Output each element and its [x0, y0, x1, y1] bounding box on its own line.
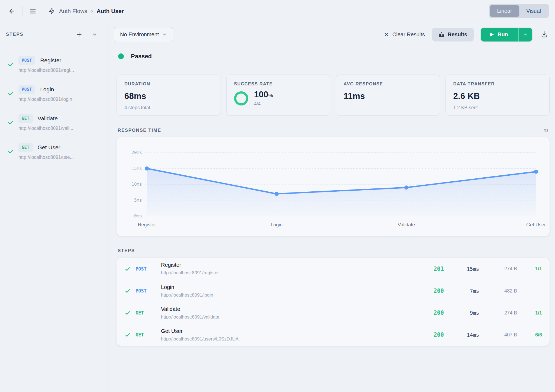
results-content: Passed DURATION 68ms 4 steps total SUCCE…: [108, 47, 555, 392]
chevron-down-icon: [162, 32, 167, 37]
breadcrumb-parent[interactable]: Auth Flows: [59, 8, 87, 14]
success-ring-icon: [234, 91, 248, 105]
divider: [43, 7, 43, 16]
status-dot-icon: [118, 53, 124, 59]
chevron-down-icon: [92, 32, 97, 37]
add-step-button[interactable]: [74, 29, 84, 40]
request-name: Validate: [161, 306, 414, 312]
back-button[interactable]: [7, 6, 17, 17]
run-label: Run: [498, 31, 508, 38]
status-code: 200: [414, 310, 444, 316]
response-time: 7ms: [444, 288, 479, 294]
stat-value: 100: [254, 90, 269, 99]
collapse-steps-button[interactable]: [90, 30, 99, 39]
main-panel: No Environment Clear Results Results: [108, 22, 555, 392]
method-badge: POST: [18, 56, 35, 65]
step-list: POST Register http://localhost:8091/regi…: [0, 47, 108, 178]
step-url: http://localhost:8091/regi...: [18, 68, 103, 73]
run-split-button: Run: [481, 28, 532, 41]
response-size: 407 B: [479, 332, 517, 338]
stat-card-duration: DURATION 68ms 4 steps total: [117, 75, 221, 116]
sidebar-step-validate[interactable]: GET Validate http://localhost:8091/vali.…: [0, 113, 108, 133]
request-url: http://localhost:8091/login: [161, 293, 414, 298]
request-url: http://localhost:8091/users/L0SzDJUA: [161, 336, 414, 342]
check-icon: [125, 332, 135, 338]
chevron-down-icon: [523, 32, 528, 37]
page-title: Auth User: [97, 8, 124, 14]
step-name: Register: [40, 57, 61, 64]
response-time: 15ms: [444, 266, 479, 272]
step-url: http://localhost:8091/use...: [18, 155, 103, 160]
status-code: 200: [414, 288, 444, 294]
response-time: 9ms: [444, 310, 479, 316]
method-badge: GET: [18, 143, 33, 152]
results-button[interactable]: Results: [432, 28, 474, 41]
check-icon: [125, 288, 135, 294]
run-status: Passed: [117, 47, 550, 66]
stats-row: DURATION 68ms 4 steps total SUCCESS RATE…: [117, 75, 550, 116]
method-label: POST: [135, 266, 159, 272]
download-button[interactable]: [539, 30, 549, 39]
results-label: Results: [448, 31, 467, 38]
stat-value: 11ms: [344, 91, 432, 101]
request-url: http://localhost:8091/validate: [161, 314, 414, 320]
sidebar-step-register[interactable]: POST Register http://localhost:8091/regi…: [0, 54, 108, 75]
response-time-header: RESPONSE TIME ms: [117, 128, 550, 133]
topbar: Auth Flows › Auth User Linear Visual: [0, 0, 555, 22]
steps-table: POST Register http://localhost:8091/regi…: [117, 258, 550, 346]
plus-icon: [76, 31, 83, 38]
bolt-icon: [48, 8, 55, 15]
environment-label: No Environment: [120, 31, 159, 38]
run-button[interactable]: Run: [481, 28, 518, 41]
divider: [22, 7, 22, 16]
svg-text:15ms: 15ms: [131, 166, 142, 171]
table-row-get-user[interactable]: GET Get User http://localhost:8091/users…: [117, 324, 550, 346]
view-toggle: Linear Visual: [489, 4, 549, 18]
check-icon: [8, 61, 14, 68]
method-label: GET: [135, 332, 159, 338]
check-icon: [8, 90, 14, 97]
request-url: http://localhost:8091/register: [161, 270, 414, 276]
menu-button[interactable]: [27, 6, 38, 17]
check-icon: [125, 266, 135, 272]
method-badge: GET: [18, 114, 33, 123]
bar-chart-icon: [438, 31, 444, 37]
clear-results-button[interactable]: Clear Results: [384, 31, 425, 38]
request-name: Get User: [161, 328, 414, 334]
stat-subtitle: 1.2 KB sent: [453, 105, 542, 111]
toolbar: No Environment Clear Results Results: [108, 22, 555, 47]
step-name: Get User: [38, 144, 60, 151]
assertions-count: 1/1: [517, 310, 542, 316]
stat-label: SUCCESS RATE: [234, 81, 323, 86]
method-label: POST: [135, 288, 159, 294]
stat-label: AVG RESPONSE: [344, 81, 432, 86]
sidebar-title: STEPS: [6, 32, 24, 37]
response-time: 14ms: [444, 332, 479, 338]
table-row-register[interactable]: POST Register http://localhost:8091/regi…: [117, 258, 550, 280]
request-name: Register: [161, 262, 414, 268]
stat-unit: %: [268, 93, 273, 98]
breadcrumb: Auth Flows › Auth User: [48, 8, 124, 15]
stat-card-success-rate: SUCCESS RATE 100% 4/4: [226, 75, 331, 116]
arrow-left-icon: [8, 7, 16, 15]
check-icon: [8, 148, 14, 155]
sidebar-step-get-user[interactable]: GET Get User http://localhost:8091/use..…: [0, 142, 108, 162]
svg-text:5ms: 5ms: [134, 198, 142, 203]
environment-select[interactable]: No Environment: [114, 27, 173, 42]
method-badge: POST: [18, 85, 35, 94]
step-url: http://localhost:8091/login: [18, 97, 103, 102]
steps-section-title: STEPS: [118, 248, 135, 253]
stat-subtitle: 4 steps total: [124, 105, 213, 111]
step-url: http://localhost:8091/vali...: [18, 126, 103, 131]
stat-subtitle: 4/4: [254, 101, 273, 107]
toggle-linear[interactable]: Linear: [490, 5, 519, 17]
table-row-login[interactable]: POST Login http://localhost:8091/login 2…: [117, 280, 550, 302]
sidebar-step-login[interactable]: POST Login http://localhost:8091/login: [0, 83, 108, 104]
stat-label: DURATION: [124, 81, 213, 86]
check-icon: [125, 310, 135, 316]
run-options-button[interactable]: [518, 28, 532, 41]
toggle-visual[interactable]: Visual: [519, 5, 548, 17]
stat-card-data-transfer: DATA TRANSFER 2.6 KB 1.2 KB sent: [446, 75, 550, 116]
svg-text:Get User: Get User: [526, 222, 546, 227]
table-row-validate[interactable]: GET Validate http://localhost:8091/valid…: [117, 302, 550, 324]
